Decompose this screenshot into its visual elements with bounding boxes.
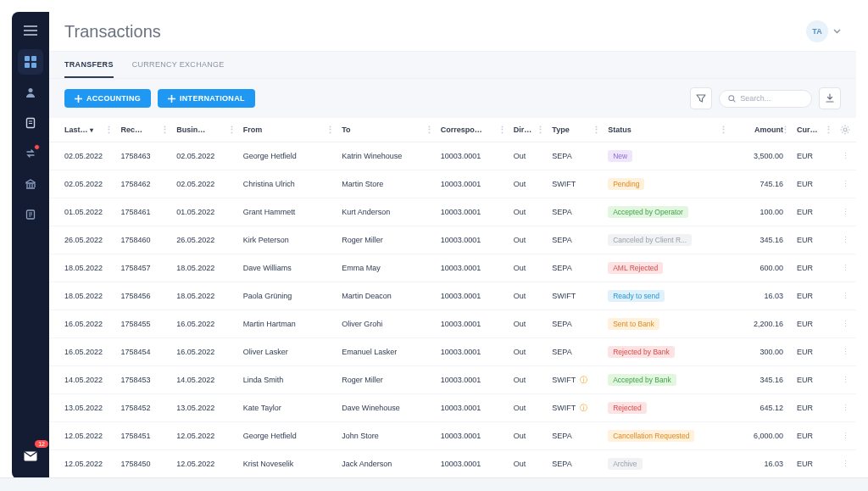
row-menu-button[interactable]: ⋮ [835, 226, 856, 254]
column-header[interactable]: Cur…⋮ [792, 118, 835, 142]
table-row[interactable]: 13.05.2022175845213.05.2022Kate TaylorDa… [49, 394, 856, 422]
cell-currency: EUR [792, 338, 835, 366]
cell-correspondent: 10003.0001 [436, 310, 509, 338]
cell-amount: 300.00 [730, 338, 792, 366]
row-menu-button[interactable]: ⋮ [835, 450, 856, 478]
cell-from: Dave Williams [238, 254, 337, 282]
column-header[interactable]: Correspo…⋮ [436, 118, 509, 142]
add-international-button[interactable]: INTERNATIONAL [158, 89, 255, 108]
column-menu-icon[interactable]: ⋮ [781, 125, 790, 136]
document-icon [25, 117, 36, 129]
row-menu-button[interactable]: ⋮ [835, 366, 856, 394]
nav-item-exchange[interactable] [18, 141, 43, 166]
status-badge: Pending [608, 178, 644, 190]
cell-correspondent: 10003.0001 [436, 142, 509, 170]
cell-from: Christina Ulrich [238, 170, 337, 198]
cell-to: Emma May [337, 254, 435, 282]
column-header[interactable]: Dir…⋮ [509, 118, 548, 142]
table-row[interactable]: 16.05.2022175845416.05.2022Oliver Lasker… [49, 338, 856, 366]
download-button[interactable] [819, 87, 841, 109]
nav-item-dashboard[interactable] [18, 49, 43, 75]
table-row[interactable]: 01.05.2022175846101.05.2022Grant Hammett… [49, 198, 856, 226]
column-menu-icon[interactable]: ⋮ [592, 125, 601, 136]
page-header: Transactions TA [49, 12, 856, 52]
table-row[interactable]: 12.05.2022175845012.05.2022Krist Novesel… [49, 450, 856, 478]
cell-last-updated: 14.05.2022 [49, 366, 115, 394]
cell-status: Accepted by Bank [603, 366, 729, 394]
warning-icon: ⓘ [577, 376, 587, 384]
table-row[interactable]: 26.05.2022175846026.05.2022Kirk Peterson… [49, 226, 856, 254]
search-field[interactable] [719, 90, 812, 108]
cell-from: Kirk Peterson [238, 226, 337, 254]
table-row[interactable]: 16.05.2022175845516.05.2022Martin Hartma… [49, 310, 856, 338]
column-header[interactable]: From⋮ [238, 118, 337, 142]
cell-type: SEPA [547, 226, 603, 254]
cell-amount: 6,000.00 [730, 422, 792, 450]
column-header[interactable]: Busin…⋮ [171, 118, 237, 142]
row-menu-button[interactable]: ⋮ [835, 310, 856, 338]
cell-status: Rejected by Bank [603, 338, 729, 366]
table-row[interactable]: 12.05.2022175845112.05.2022George Hetfie… [49, 422, 856, 450]
cell-business-date: 18.05.2022 [171, 254, 237, 282]
table-row[interactable]: 14.05.2022175845314.05.2022Linda SmithRo… [49, 366, 856, 394]
column-menu-icon[interactable]: ⋮ [425, 125, 434, 136]
filter-button[interactable] [690, 87, 712, 109]
column-menu-icon[interactable]: ⋮ [719, 125, 728, 136]
row-menu-button[interactable]: ⋮ [835, 338, 856, 366]
svg-rect-3 [25, 56, 30, 61]
row-menu-button[interactable]: ⋮ [835, 142, 856, 170]
status-badge: Archive [608, 458, 642, 470]
column-header[interactable]: To⋮ [337, 118, 435, 142]
column-menu-icon[interactable]: ⋮ [536, 125, 545, 136]
column-header[interactable]: Type⋮ [547, 118, 603, 142]
tab-transfers[interactable]: TRANSFERS [64, 52, 114, 78]
cell-currency: EUR [792, 282, 835, 310]
column-menu-icon[interactable]: ⋮ [104, 125, 114, 136]
column-menu-icon[interactable]: ⋮ [227, 125, 236, 136]
search-input[interactable] [740, 94, 803, 103]
cell-type: SEPA [547, 142, 603, 170]
column-header[interactable]: Rec…⋮ [115, 118, 171, 142]
cell-record-id: 1758453 [115, 366, 171, 394]
user-menu[interactable]: TA [806, 20, 841, 42]
nav-item-mail[interactable]: 12 [18, 444, 43, 469]
column-header[interactable]: Status⋮ [603, 118, 729, 142]
cell-correspondent: 10003.0001 [436, 282, 509, 310]
cell-business-date: 16.05.2022 [171, 338, 237, 366]
cell-type: SEPA [547, 338, 603, 366]
cell-business-date: 12.05.2022 [171, 450, 237, 478]
row-menu-button[interactable]: ⋮ [835, 282, 856, 310]
cell-from: Oliver Lasker [238, 338, 337, 366]
table-row[interactable]: 02.05.2022175846302.05.2022George Hetfie… [49, 142, 856, 170]
menu-toggle-button[interactable] [24, 20, 37, 44]
nav-item-reports[interactable] [18, 202, 43, 227]
row-menu-button[interactable]: ⋮ [835, 198, 856, 226]
cell-record-id: 1758462 [115, 170, 171, 198]
column-menu-icon[interactable]: ⋮ [498, 125, 507, 136]
user-icon [25, 86, 36, 98]
column-header[interactable]: Last… ▾⋮ [49, 118, 115, 142]
column-menu-icon[interactable]: ⋮ [824, 125, 833, 136]
row-menu-button[interactable]: ⋮ [835, 254, 856, 282]
column-header[interactable]: Amount⋮ [730, 118, 792, 142]
row-menu-button[interactable]: ⋮ [835, 394, 856, 422]
cell-last-updated: 01.05.2022 [49, 198, 115, 226]
column-menu-icon[interactable]: ⋮ [160, 125, 170, 136]
tab-currency-exchange[interactable]: CURRENCY EXCHANGE [132, 52, 225, 78]
cell-currency: EUR [792, 198, 835, 226]
cell-record-id: 1758455 [115, 310, 171, 338]
nav-item-users[interactable] [18, 80, 43, 105]
table-row[interactable]: 18.05.2022175845718.05.2022Dave Williams… [49, 254, 856, 282]
cell-from: George Hetfield [238, 422, 337, 450]
add-accounting-button[interactable]: ACCOUNTING [64, 89, 151, 108]
column-menu-icon[interactable]: ⋮ [326, 125, 335, 136]
table-row[interactable]: 18.05.2022175845618.05.2022Paola Grüning… [49, 282, 856, 310]
nav-item-bank[interactable] [18, 171, 43, 197]
cell-correspondent: 10003.0001 [436, 338, 509, 366]
row-menu-button[interactable]: ⋮ [835, 170, 856, 198]
table-row[interactable]: 02.05.2022175846202.05.2022Christina Ulr… [49, 170, 856, 198]
nav-item-transactions[interactable] [18, 110, 43, 136]
table-settings-button[interactable] [835, 118, 856, 142]
gear-icon [840, 125, 850, 135]
row-menu-button[interactable]: ⋮ [835, 422, 856, 450]
